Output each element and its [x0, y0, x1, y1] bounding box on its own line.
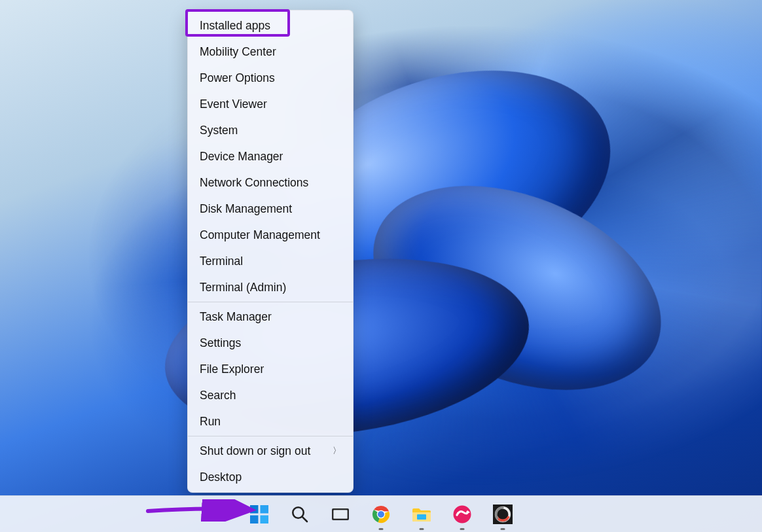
file-explorer-button[interactable] [408, 501, 435, 528]
menu-item-label: Shut down or sign out [200, 444, 310, 458]
snagit-icon [452, 505, 472, 524]
menu-item-installed-apps[interactable]: Installed apps [188, 12, 353, 39]
svg-rect-0 [250, 505, 259, 514]
svg-rect-12 [417, 514, 426, 520]
svg-point-11 [378, 511, 384, 518]
running-indicator [501, 528, 505, 530]
menu-item-label: Event Viewer [200, 98, 267, 111]
menu-item-event-viewer[interactable]: Event Viewer [188, 91, 353, 117]
menu-item-network-connections[interactable]: Network Connections [188, 169, 353, 196]
menu-item-task-manager[interactable]: Task Manager [188, 304, 353, 330]
svg-line-5 [302, 516, 307, 521]
chrome-icon [371, 505, 391, 524]
menu-item-power-options[interactable]: Power Options [188, 65, 353, 91]
menu-item-system[interactable]: System [188, 117, 353, 143]
menu-item-label: Task Manager [200, 310, 272, 324]
svg-point-13 [454, 505, 471, 523]
menu-item-label: Mobility Center [200, 45, 276, 59]
menu-item-shut-down-or-sign-out[interactable]: Shut down or sign out 〉 [188, 438, 353, 464]
menu-item-disk-management[interactable]: Disk Management [188, 196, 353, 222]
menu-item-device-manager[interactable]: Device Manager [188, 143, 353, 169]
menu-separator [188, 436, 353, 436]
menu-item-settings[interactable]: Settings [188, 330, 353, 356]
running-indicator [379, 528, 384, 530]
svg-rect-3 [261, 515, 269, 523]
menu-item-label: Network Connections [200, 176, 308, 190]
snagit-button[interactable] [448, 501, 476, 528]
menu-item-label: System [200, 124, 238, 137]
menu-item-mobility-center[interactable]: Mobility Center [188, 39, 353, 65]
svg-rect-1 [261, 505, 269, 514]
menu-item-search[interactable]: Search [188, 382, 353, 408]
menu-item-label: Run [200, 415, 221, 429]
menu-item-computer-management[interactable]: Computer Management [188, 222, 353, 248]
chevron-right-icon: 〉 [333, 445, 341, 457]
menu-item-terminal-admin[interactable]: Terminal (Admin) [188, 274, 353, 300]
menu-item-file-explorer[interactable]: File Explorer [188, 356, 353, 382]
menu-item-label: Terminal (Admin) [200, 281, 286, 294]
menu-item-label: Installed apps [200, 19, 270, 33]
menu-item-label: Settings [200, 336, 241, 350]
menu-item-terminal[interactable]: Terminal [188, 248, 353, 274]
menu-item-label: Power Options [200, 71, 275, 85]
menu-item-label: Device Manager [200, 150, 283, 164]
search-icon [290, 505, 310, 524]
svg-rect-7 [333, 510, 348, 519]
menu-item-label: Search [200, 389, 236, 402]
winx-context-menu[interactable]: Installed apps Mobility Center Power Opt… [187, 10, 354, 493]
desktop-wallpaper: Installed apps Mobility Center Power Opt… [0, 0, 762, 532]
menu-item-label: Desktop [200, 470, 242, 484]
start-button[interactable] [245, 501, 273, 528]
running-indicator [460, 528, 465, 530]
svg-rect-2 [250, 515, 259, 523]
taskbar [0, 495, 762, 532]
menu-item-label: Computer Management [200, 228, 320, 242]
menu-item-run[interactable]: Run [188, 408, 353, 434]
obs-icon [493, 505, 513, 524]
menu-item-label: Disk Management [200, 202, 292, 216]
menu-separator [188, 302, 353, 302]
menu-item-label: Terminal [200, 255, 243, 268]
obs-button[interactable] [489, 501, 517, 528]
chrome-button[interactable] [367, 501, 395, 528]
search-button[interactable] [286, 501, 314, 528]
task-view-button[interactable] [327, 501, 354, 528]
menu-item-label: File Explorer [200, 363, 264, 376]
task-view-icon [331, 505, 350, 524]
running-indicator [420, 528, 424, 530]
windows-logo-icon [249, 505, 269, 524]
menu-item-desktop[interactable]: Desktop [188, 464, 353, 490]
folder-icon [411, 505, 432, 524]
